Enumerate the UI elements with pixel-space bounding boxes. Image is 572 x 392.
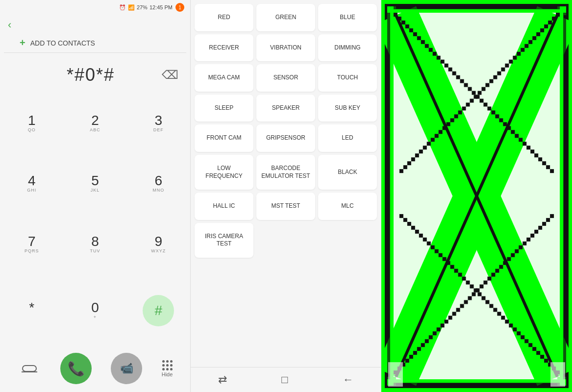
test-buttons-grid: REDGREENBLUERECEIVERVIBRATIONDIMMINGMEGA… xyxy=(195,2,377,260)
test-button-low-frequency[interactable]: LOW FREQUENCY xyxy=(195,155,253,190)
svg-rect-16 xyxy=(405,24,409,28)
home-nav-icon[interactable]: □ xyxy=(281,373,288,386)
svg-rect-88 xyxy=(423,146,427,149)
svg-rect-76 xyxy=(470,99,474,103)
svg-rect-82 xyxy=(447,122,450,126)
svg-rect-84 xyxy=(439,130,443,134)
test-button-black[interactable]: BLACK xyxy=(318,155,377,190)
svg-rect-111 xyxy=(456,308,460,312)
svg-rect-28 xyxy=(452,72,456,75)
svg-rect-0 xyxy=(23,366,36,371)
voicemail-button[interactable] xyxy=(18,357,41,380)
test-button-mlc[interactable]: MLC xyxy=(318,193,377,220)
svg-rect-1 xyxy=(22,371,37,372)
test-button-sleep[interactable]: SLEEP xyxy=(195,95,253,122)
svg-rect-139 xyxy=(544,359,548,363)
test-button-sub-key[interactable]: SUB KEY xyxy=(318,95,377,122)
backspace-button[interactable]: ⌫ xyxy=(158,66,182,84)
key-9[interactable]: 9 WXYZ xyxy=(127,214,190,275)
svg-rect-114 xyxy=(468,296,472,300)
key-5[interactable]: 5 JKL xyxy=(63,154,126,215)
svg-rect-29 xyxy=(456,75,460,79)
svg-rect-175 xyxy=(403,218,407,222)
svg-rect-86 xyxy=(431,138,435,142)
dialer-input-row: *#0*# ⌫ xyxy=(0,53,190,91)
key-2[interactable]: 2 ABC xyxy=(63,93,126,154)
call-button[interactable]: 📞 xyxy=(60,353,92,384)
hide-button[interactable]: Hide xyxy=(162,360,173,377)
back-button[interactable]: ‹ xyxy=(8,19,11,31)
svg-rect-162 xyxy=(454,269,458,273)
svg-rect-109 xyxy=(448,316,452,319)
dialer-number-display: *#0*# xyxy=(29,65,152,85)
svg-rect-106 xyxy=(437,327,441,331)
key-1[interactable]: 1 QO xyxy=(0,93,63,154)
key-hash[interactable]: # xyxy=(127,275,190,347)
add-contact-row[interactable]: + ADD TO CONTACTS xyxy=(0,35,190,52)
forward-nav-icon[interactable]: ⇄ xyxy=(218,373,227,386)
battery-text: 27% xyxy=(137,4,148,10)
key-3[interactable]: 3 DEF xyxy=(127,93,190,154)
test-scroll-area[interactable]: REDGREENBLUERECEIVERVIBRATIONDIMMINGMEGA… xyxy=(191,0,381,367)
display-test-panel xyxy=(381,0,572,392)
test-button-mega-cam[interactable]: MEGA CAM xyxy=(195,64,253,92)
test-menu-panel: REDGREENBLUERECEIVERVIBRATIONDIMMINGMEGA… xyxy=(191,0,381,392)
test-button-red[interactable]: RED xyxy=(195,4,253,31)
key-star[interactable]: * xyxy=(0,275,63,347)
svg-rect-77 xyxy=(466,102,470,106)
svg-rect-66 xyxy=(509,60,513,64)
back-nav-icon[interactable]: ← xyxy=(343,373,353,386)
svg-rect-148 xyxy=(509,323,513,327)
svg-rect-50 xyxy=(538,157,542,161)
test-button-hall-ic[interactable]: HALL IC xyxy=(195,193,253,220)
key-0[interactable]: 0 + xyxy=(63,275,126,347)
svg-rect-108 xyxy=(445,319,448,323)
svg-rect-58 xyxy=(540,28,544,32)
svg-rect-117 xyxy=(479,285,483,289)
test-button-front-cam[interactable]: FRONT CAM xyxy=(195,124,253,152)
test-button-vibration[interactable]: VIBRATION xyxy=(256,34,315,62)
phone-dialer-panel: ⏰ 📶 27% 12:45 PM 1 ‹ + ADD TO CONTACTS *… xyxy=(0,0,191,392)
svg-rect-69 xyxy=(497,72,501,75)
svg-rect-35 xyxy=(479,99,483,103)
svg-rect-124 xyxy=(507,257,511,261)
test-button-gripsensor[interactable]: GRIPSENSOR xyxy=(256,124,315,152)
key-4[interactable]: 4 GHI xyxy=(0,154,63,215)
svg-rect-72 xyxy=(485,83,489,87)
svg-rect-52 xyxy=(546,165,550,169)
key-8[interactable]: 8 TUV xyxy=(63,214,126,275)
time-display: 12:45 PM xyxy=(149,4,173,10)
test-button-dimming[interactable]: DIMMING xyxy=(318,34,377,62)
key-7[interactable]: 7 PQRS xyxy=(0,214,63,275)
svg-rect-36 xyxy=(483,102,487,106)
test-button-green[interactable]: GREEN xyxy=(256,4,315,31)
svg-rect-63 xyxy=(521,48,524,52)
test-button-mst-test[interactable]: MST TEST xyxy=(256,193,315,220)
test-button-receiver[interactable]: RECEIVER xyxy=(195,34,253,62)
svg-rect-144 xyxy=(524,339,528,343)
svg-rect-79 xyxy=(458,110,462,114)
test-button-blue[interactable]: BLUE xyxy=(318,4,377,31)
svg-rect-21 xyxy=(425,44,429,48)
svg-rect-157 xyxy=(474,289,478,293)
test-button-led[interactable]: LED xyxy=(318,124,377,152)
video-call-button[interactable]: 📹 xyxy=(111,353,142,384)
svg-rect-18 xyxy=(413,32,417,36)
svg-rect-169 xyxy=(427,242,431,245)
svg-rect-174 xyxy=(407,222,411,226)
svg-rect-154 xyxy=(485,300,489,304)
svg-rect-19 xyxy=(417,36,421,40)
svg-rect-176 xyxy=(399,214,403,218)
svg-rect-24 xyxy=(437,56,441,60)
test-button-touch[interactable]: TOUCH xyxy=(318,64,377,92)
svg-rect-125 xyxy=(511,253,515,257)
key-6[interactable]: 6 MNO xyxy=(127,154,190,215)
test-button-speaker[interactable]: SPEAKER xyxy=(256,95,315,122)
svg-rect-48 xyxy=(530,149,534,153)
test-button-sensor[interactable]: SENSOR xyxy=(256,64,315,92)
svg-rect-172 xyxy=(415,230,419,234)
svg-rect-40 xyxy=(499,118,503,122)
svg-rect-104 xyxy=(429,335,433,339)
test-button-barcode-emulator-test[interactable]: BARCODE EMULATOR TEST xyxy=(256,155,315,190)
test-button-iris-camera-test[interactable]: IRIS CAMERA TEST xyxy=(195,223,253,258)
